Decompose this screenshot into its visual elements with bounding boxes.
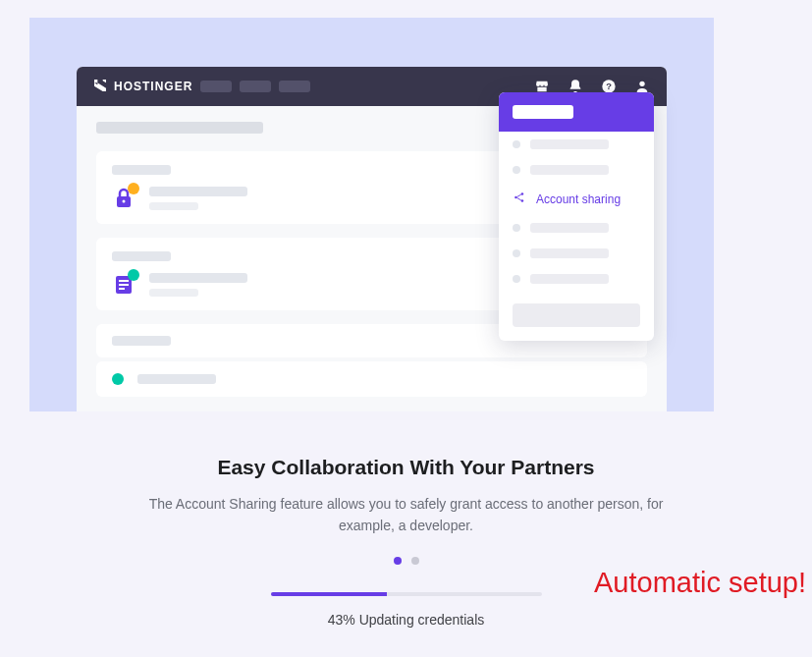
lock-icon <box>112 187 135 210</box>
dropdown-item[interactable] <box>499 215 654 241</box>
dropdown-item[interactable] <box>499 132 654 157</box>
svg-rect-8 <box>119 288 125 290</box>
status-dot-ok <box>112 373 124 385</box>
dropdown-footer-button[interactable] <box>513 303 640 327</box>
svg-point-11 <box>521 199 524 202</box>
dropdown-item[interactable] <box>499 157 654 183</box>
line-skeleton <box>149 187 247 196</box>
pager-dot[interactable] <box>411 557 419 565</box>
line-skeleton <box>149 289 198 297</box>
brand-name: HOSTINGER <box>114 80 192 93</box>
nav-placeholder <box>279 81 310 92</box>
dropdown-item[interactable] <box>499 266 654 292</box>
headline: Easy Collaboration With Your Partners <box>0 456 812 479</box>
carousel-pager <box>0 557 812 565</box>
dropdown-item-label: Account sharing <box>536 192 621 206</box>
svg-point-4 <box>123 200 126 203</box>
nav-placeholder <box>200 81 232 92</box>
service-card <box>96 361 647 397</box>
card-heading-skeleton <box>112 165 171 175</box>
annotation-overlay: Automatic setup! <box>594 567 806 599</box>
hero-illustration-panel: HOSTINGER ? <box>29 18 714 411</box>
brand: HOSTINGER <box>92 78 192 96</box>
svg-point-10 <box>521 192 524 195</box>
svg-rect-7 <box>119 284 129 286</box>
line-skeleton <box>137 374 216 384</box>
card-heading-skeleton <box>112 336 171 346</box>
card-heading-skeleton <box>112 251 171 261</box>
status-dot-warning <box>128 183 139 194</box>
dropdown-header <box>499 92 654 132</box>
dropdown-item[interactable] <box>499 241 654 266</box>
svg-point-9 <box>514 196 517 199</box>
line-skeleton <box>149 202 198 210</box>
setup-progress: 43% Updating credentials <box>271 592 542 628</box>
nav-placeholder <box>240 81 271 92</box>
share-icon <box>513 191 526 207</box>
svg-point-2 <box>639 82 644 86</box>
progress-label: 43% Updating credentials <box>271 612 542 628</box>
subtext: The Account Sharing feature allows you t… <box>132 493 681 537</box>
brand-logo-icon <box>92 78 108 96</box>
document-icon <box>112 273 135 297</box>
page-title-skeleton <box>96 122 263 134</box>
svg-text:?: ? <box>606 82 612 91</box>
progress-fill <box>271 592 388 596</box>
line-skeleton <box>149 273 247 283</box>
pager-dot-active[interactable] <box>394 557 402 565</box>
progress-track <box>271 592 542 596</box>
mock-app-window: HOSTINGER ? <box>77 67 667 411</box>
svg-rect-6 <box>119 280 129 282</box>
dropdown-item-account-sharing[interactable]: Account sharing <box>499 183 654 215</box>
dropdown-header-placeholder <box>513 105 573 119</box>
status-dot-ok <box>128 269 139 281</box>
account-dropdown: Account sharing <box>499 92 654 341</box>
